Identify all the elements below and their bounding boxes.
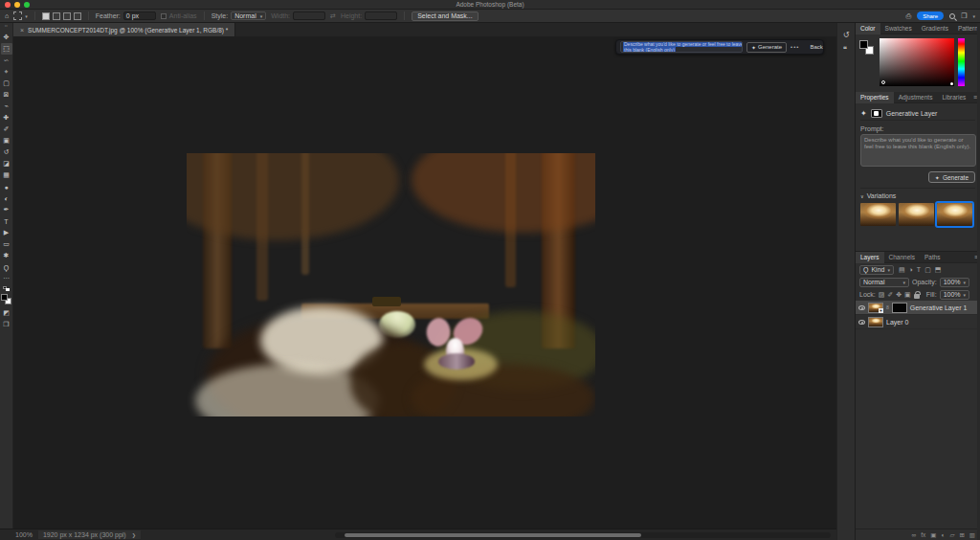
visibility-eye-icon[interactable] [858, 305, 865, 310]
height-input[interactable] [365, 11, 397, 20]
variation-thumbnail-3[interactable] [937, 203, 972, 226]
hue-slider[interactable] [958, 38, 965, 86]
eyedropper-tool[interactable]: ⌁ [1, 101, 12, 112]
comments-panel-icon[interactable]: ❝ [843, 45, 850, 54]
layer-thumbnail[interactable] [868, 317, 883, 327]
panel-tab[interactable]: Swatches [880, 23, 917, 34]
lock-transparency-icon[interactable]: ▨ [879, 291, 885, 299]
new-layer-icon[interactable]: ⊞ [959, 531, 964, 539]
panel-tab[interactable]: Properties [856, 92, 894, 103]
canvas[interactable] [187, 153, 595, 416]
foreground-color-swatch[interactable] [1, 294, 8, 301]
layer-effects-icon[interactable]: fx [921, 531, 925, 538]
lasso-tool[interactable]: ∽ [1, 55, 12, 66]
panel-tab[interactable]: Adjustments [894, 92, 938, 103]
panel-tab[interactable]: Color [856, 23, 880, 34]
rectangle-tool[interactable]: ▭ [1, 238, 12, 250]
document-info[interactable]: 1920 px x 1234 px (300 ppi) ❯ [38, 530, 141, 539]
panel-tab[interactable]: Paths [920, 252, 946, 263]
color-panel-swatches[interactable] [859, 40, 874, 55]
generate-button[interactable]: ✦ Generate [746, 42, 787, 53]
close-tab-icon[interactable]: × [20, 27, 24, 34]
rectangular-marquee-tool[interactable]: ⬚ [1, 43, 12, 55]
style-select[interactable]: Normal ▾ [231, 11, 266, 20]
foreground-background-swatches[interactable] [1, 294, 11, 304]
fill-select[interactable]: 100% ▾ [940, 290, 969, 300]
feather-input[interactable]: 0 px [123, 11, 156, 20]
layer-thumbnail[interactable]: ✦ [868, 303, 883, 313]
generate-button-properties[interactable]: ✦ Generate [928, 171, 975, 183]
lock-artboard-icon[interactable]: ▣ [904, 291, 911, 299]
visibility-eye-icon[interactable] [858, 320, 865, 325]
screen-mode-button[interactable]: ❐ [1, 319, 12, 330]
edit-toolbar-button[interactable]: ⋯ [1, 273, 12, 284]
object-selection-tool[interactable]: ⌖ [1, 66, 12, 78]
default-colors-icon[interactable] [3, 286, 10, 291]
panel-tab[interactable]: Gradients [917, 23, 953, 34]
gradient-tool[interactable]: ▦ [1, 169, 12, 181]
zoom-tool[interactable]: Ϙ [1, 261, 12, 273]
crop-tool[interactable]: ▢ [1, 78, 12, 89]
frame-tool[interactable]: ⊠ [1, 89, 12, 101]
panel-tab[interactable]: Patterns [953, 23, 980, 34]
prompt-textarea[interactable]: Describe what you'd like to generate or … [860, 134, 976, 167]
eraser-tool[interactable]: ◪ [1, 158, 12, 169]
variation-thumbnail-1[interactable] [860, 203, 896, 226]
link-layers-icon[interactable]: ∞ [912, 531, 917, 538]
selection-intersect-button[interactable] [74, 12, 81, 20]
horizontal-scrollbar-thumb[interactable] [345, 533, 641, 537]
filter-smart-objects-icon[interactable]: ⬒ [935, 266, 942, 274]
collapse-caret-icon[interactable]: ∨ [860, 193, 864, 199]
adjustment-layer-icon[interactable]: ◐ [941, 531, 945, 538]
search-icon[interactable] [949, 13, 955, 19]
path-selection-tool[interactable]: ▶ [1, 227, 12, 238]
history-panel-icon[interactable]: ↺ [843, 31, 850, 39]
layer-row-generative-layer-1[interactable]: ✦ 8 Generative Layer 1 [856, 301, 980, 315]
dodge-tool[interactable]: ◐ [1, 192, 12, 204]
generative-prompt-input[interactable]: Describe what you'd like to generate or … [620, 41, 743, 53]
opacity-select[interactable]: 100% ▾ [940, 278, 969, 287]
horizontal-scrollbar[interactable] [335, 532, 831, 538]
selection-add-button[interactable] [53, 12, 60, 20]
delete-layer-icon[interactable]: ▥ [969, 531, 975, 539]
blend-mode-select[interactable]: Normal ▾ [859, 278, 909, 287]
layer-name[interactable]: Layer 0 [886, 319, 908, 326]
filter-pixel-layers-icon[interactable]: ▤ [899, 266, 905, 274]
toolbar-grip[interactable]: ⠛ [4, 25, 9, 29]
clone-stamp-tool[interactable]: ▣ [1, 135, 12, 146]
new-group-icon[interactable]: ▱ [949, 531, 954, 539]
hand-tool[interactable]: ✱ [1, 250, 12, 261]
layer-row-layer-0[interactable]: Layer 0 [856, 315, 980, 329]
panel-tab[interactable]: Layers [856, 252, 884, 263]
select-and-mask-button[interactable]: Select and Mask... [412, 11, 479, 21]
selection-new-button[interactable] [42, 12, 50, 20]
filter-type-layers-icon[interactable]: T [917, 266, 921, 274]
back-button[interactable]: Back [807, 44, 825, 50]
panel-tab[interactable]: Channels [884, 252, 920, 263]
lock-pixels-icon[interactable]: ✐ [887, 291, 893, 299]
layer-name[interactable]: Generative Layer 1 [910, 304, 968, 311]
swap-dimensions-icon[interactable]: ⇄ [330, 12, 336, 20]
healing-brush-tool[interactable]: ✚ [1, 112, 12, 124]
home-icon[interactable]: ⌂ [5, 12, 9, 20]
workspace-switcher-icon[interactable]: ❒ [961, 12, 967, 20]
brush-tool[interactable]: ✐ [1, 124, 12, 135]
panel-tab[interactable]: Libraries [937, 92, 970, 103]
saturation-brightness-picker[interactable] [880, 38, 954, 86]
lock-all-icon[interactable] [914, 294, 920, 299]
layer-mask-thumbnail[interactable] [892, 303, 907, 313]
blur-tool[interactable]: ● [1, 181, 12, 192]
lock-position-icon[interactable]: ✥ [896, 291, 902, 299]
device-preview-icon[interactable]: ⎙ [906, 12, 912, 20]
pen-tool[interactable]: ✒ [1, 204, 12, 215]
zoom-level-field[interactable]: 100% [15, 531, 33, 538]
antialias-checkbox[interactable] [161, 13, 167, 19]
history-brush-tool[interactable]: ↺ [1, 146, 12, 158]
document-tab[interactable]: × SUMMERCONCEPT2014DT.jpg @ 100% (Genera… [13, 23, 235, 36]
width-input[interactable] [293, 11, 325, 20]
quick-mask-button[interactable]: ◩ [1, 307, 12, 319]
tool-preset-picker[interactable]: ▾ [13, 11, 28, 20]
more-options-button[interactable]: ••• [791, 44, 799, 50]
share-button[interactable]: Share [917, 11, 944, 20]
move-tool[interactable]: ✥ [1, 32, 12, 43]
